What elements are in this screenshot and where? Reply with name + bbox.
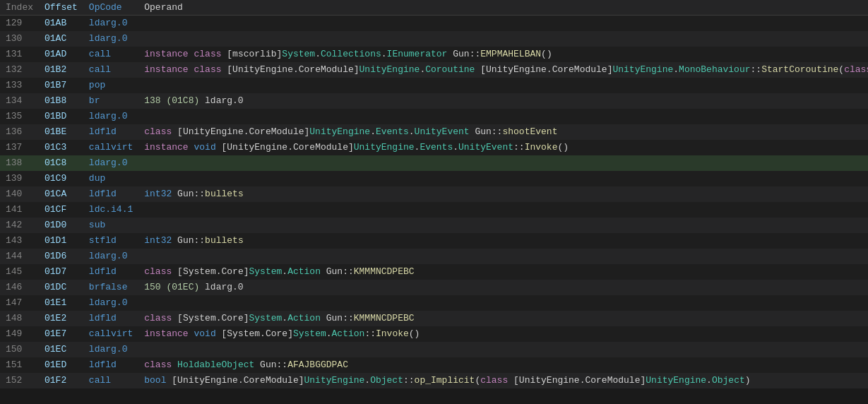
cell-index: 137 (0, 140, 39, 155)
cell-offset: 01C9 (39, 171, 83, 186)
cell-operand: class [System.Core]System.Action Gun::KM… (138, 311, 868, 326)
cell-operand (138, 155, 868, 171)
cell-opcode: callvirt (83, 326, 138, 342)
table-row: 133 01B7 pop (0, 78, 868, 93)
cell-opcode: stfld (83, 233, 138, 249)
cell-index: 130 (0, 31, 39, 47)
cell-index: 142 (0, 218, 39, 233)
cell-opcode: call (83, 373, 138, 388)
cell-index: 135 (0, 109, 39, 124)
table-row: 137 01C3 callvirt instance void [UnityEn… (0, 140, 868, 155)
cell-operand: instance void [UnityEngine.CoreModule]Un… (138, 140, 868, 155)
cell-index: 149 (0, 326, 39, 342)
table-row: 142 01D0 sub (0, 218, 868, 233)
cell-offset: 01C3 (39, 140, 83, 155)
cell-operand (138, 218, 868, 233)
cell-operand: bool [UnityEngine.CoreModule]UnityEngine… (138, 373, 868, 388)
cell-opcode: ldfld (83, 186, 138, 202)
table-row: 140 01CA ldfld int32 Gun::bullets (0, 186, 868, 202)
cell-opcode: call (83, 62, 138, 78)
cell-offset: 01BD (39, 109, 83, 124)
cell-opcode: sub (83, 218, 138, 233)
cell-operand (138, 249, 868, 264)
cell-offset: 01F2 (39, 373, 83, 388)
cell-operand: class HoldableObject Gun::AFAJBGGDPAC (138, 357, 868, 373)
cell-offset: 01E1 (39, 295, 83, 311)
cell-offset: 01D1 (39, 233, 83, 249)
table-row: 129 01AB ldarg.0 (0, 16, 868, 31)
cell-operand: instance class [mscorlib]System.Collecti… (138, 47, 868, 62)
cell-operand: instance void [System.Core]System.Action… (138, 326, 868, 342)
cell-index: 144 (0, 249, 39, 264)
cell-operand: 150 (01EC) ldarg.0 (138, 280, 868, 295)
cell-opcode: ldfld (83, 264, 138, 280)
cell-index: 148 (0, 311, 39, 326)
disassembly-table: Index Offset OpCode Operand 129 01AB lda… (0, 0, 868, 388)
cell-offset: 01AB (39, 16, 83, 31)
cell-opcode: pop (83, 78, 138, 93)
table-row: 150 01EC ldarg.0 (0, 342, 868, 357)
cell-offset: 01C8 (39, 155, 83, 171)
table-body: 129 01AB ldarg.0 130 01AC ldarg.0 131 01… (0, 16, 868, 388)
cell-index: 129 (0, 16, 39, 31)
cell-opcode: ldarg.0 (83, 155, 138, 171)
cell-offset: 01AC (39, 31, 83, 47)
cell-opcode: ldc.i4.1 (83, 202, 138, 218)
cell-opcode: callvirt (83, 140, 138, 155)
disassembly-table-container: Index Offset OpCode Operand 129 01AB lda… (0, 0, 868, 404)
cell-opcode: ldarg.0 (83, 295, 138, 311)
cell-index: 138 (0, 155, 39, 171)
header-offset: Offset (39, 0, 83, 16)
cell-offset: 01E2 (39, 311, 83, 326)
cell-opcode: ldarg.0 (83, 16, 138, 31)
cell-offset: 01B8 (39, 93, 83, 109)
table-row: 141 01CF ldc.i4.1 (0, 202, 868, 218)
header-opcode: OpCode (83, 0, 138, 16)
cell-operand (138, 109, 868, 124)
cell-offset: 01AD (39, 47, 83, 62)
cell-offset: 01E7 (39, 326, 83, 342)
table-row: 143 01D1 stfld int32 Gun::bullets (0, 233, 868, 249)
table-row: 151 01ED ldfld class HoldableObject Gun:… (0, 357, 868, 373)
cell-operand: int32 Gun::bullets (138, 186, 868, 202)
cell-operand (138, 342, 868, 357)
cell-opcode: brfalse (83, 280, 138, 295)
table-row: 132 01B2 call instance class [UnityEngin… (0, 62, 868, 78)
table-row: 144 01D6 ldarg.0 (0, 249, 868, 264)
cell-offset: 01CF (39, 202, 83, 218)
table-row: 134 01B8 br 138 (01C8) ldarg.0 (0, 93, 868, 109)
cell-operand (138, 78, 868, 93)
cell-index: 150 (0, 342, 39, 357)
cell-offset: 01CA (39, 186, 83, 202)
table-row: 152 01F2 call bool [UnityEngine.CoreModu… (0, 373, 868, 388)
cell-offset: 01ED (39, 357, 83, 373)
cell-index: 140 (0, 186, 39, 202)
table-row: 130 01AC ldarg.0 (0, 31, 868, 47)
cell-offset: 01BE (39, 124, 83, 140)
cell-offset: 01D6 (39, 249, 83, 264)
header-index: Index (0, 0, 39, 16)
cell-operand: class [UnityEngine.CoreModule]UnityEngin… (138, 124, 868, 140)
header-operand: Operand (138, 0, 868, 16)
cell-index: 139 (0, 171, 39, 186)
table-row: 131 01AD call instance class [mscorlib]S… (0, 47, 868, 62)
cell-operand: class [System.Core]System.Action Gun::KM… (138, 264, 868, 280)
cell-index: 136 (0, 124, 39, 140)
cell-opcode: ldarg.0 (83, 342, 138, 357)
cell-operand (138, 202, 868, 218)
table-row: 139 01C9 dup (0, 171, 868, 186)
table-row: 136 01BE ldfld class [UnityEngine.CoreMo… (0, 124, 868, 140)
table-row: 135 01BD ldarg.0 (0, 109, 868, 124)
cell-index: 145 (0, 264, 39, 280)
cell-index: 133 (0, 78, 39, 93)
cell-offset: 01D0 (39, 218, 83, 233)
cell-offset: 01B2 (39, 62, 83, 78)
cell-operand (138, 31, 868, 47)
cell-operand (138, 16, 868, 31)
cell-index: 141 (0, 202, 39, 218)
cell-opcode: br (83, 93, 138, 109)
cell-index: 131 (0, 47, 39, 62)
table-row: 148 01E2 ldfld class [System.Core]System… (0, 311, 868, 326)
cell-operand (138, 295, 868, 311)
cell-index: 147 (0, 295, 39, 311)
